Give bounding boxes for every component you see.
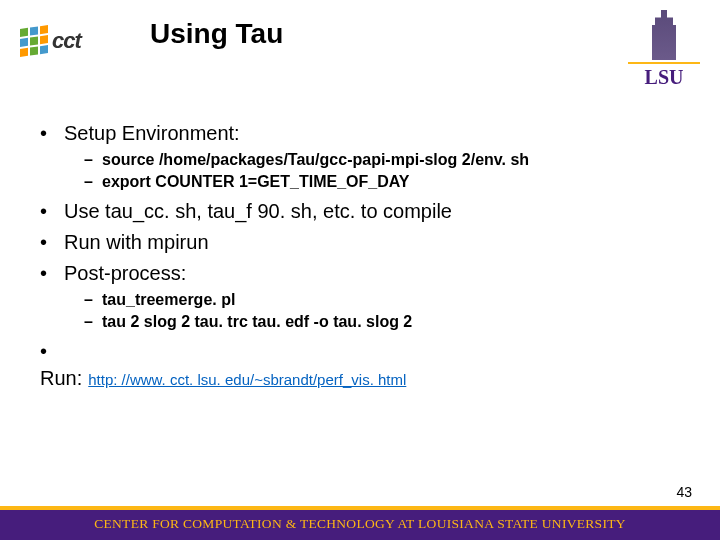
sub-text: export COUNTER 1=GET_TIME_OF_DAY bbox=[102, 173, 409, 190]
cct-squares-icon bbox=[20, 25, 48, 57]
bullet-text: Run: bbox=[40, 365, 82, 392]
bullet-text: Run with mpirun bbox=[64, 231, 209, 253]
bullet-text: Use tau_cc. sh, tau_f 90. sh, etc. to co… bbox=[64, 200, 452, 222]
sub-text: source /home/packages/Tau/gcc-papi-mpi-s… bbox=[102, 151, 529, 168]
lsu-logo-text: LSU bbox=[628, 66, 700, 89]
slide-content: Setup Environment: source /home/packages… bbox=[0, 90, 720, 392]
sub-bullet: source /home/packages/Tau/gcc-papi-mpi-s… bbox=[84, 149, 680, 171]
lsu-logo: LSU bbox=[628, 10, 700, 89]
cct-logo: cct bbox=[20, 16, 120, 66]
run-link[interactable]: http: //www. cct. lsu. edu/~sbrandt/perf… bbox=[88, 370, 406, 390]
cct-logo-text: cct bbox=[52, 28, 81, 54]
slide-footer: CENTER FOR COMPUTATION & TECHNOLOGY AT L… bbox=[0, 506, 720, 540]
bullet-postprocess: Post-process: tau_treemerge. pl tau 2 sl… bbox=[40, 260, 680, 332]
lsu-bar-icon bbox=[628, 62, 700, 64]
bullet-compile: Use tau_cc. sh, tau_f 90. sh, etc. to co… bbox=[40, 198, 680, 225]
bullet-setup: Setup Environment: source /home/packages… bbox=[40, 120, 680, 192]
sub-bullet: tau_treemerge. pl bbox=[84, 289, 680, 311]
slide-title: Using Tau bbox=[150, 18, 628, 50]
sub-text: tau_treemerge. pl bbox=[102, 291, 235, 308]
bullet-text: Setup Environment: bbox=[64, 122, 240, 144]
bullet-run: Run: http: //www. cct. lsu. edu/~sbrandt… bbox=[40, 338, 680, 392]
lsu-tower-icon bbox=[649, 10, 679, 60]
sub-text: tau 2 slog 2 tau. trc tau. edf -o tau. s… bbox=[102, 313, 412, 330]
bullet-mpirun: Run with mpirun bbox=[40, 229, 680, 256]
sub-bullet: export COUNTER 1=GET_TIME_OF_DAY bbox=[84, 171, 680, 193]
bullet-text: Post-process: bbox=[64, 262, 186, 284]
page-number: 43 bbox=[676, 484, 692, 500]
sub-bullet: tau 2 slog 2 tau. trc tau. edf -o tau. s… bbox=[84, 311, 680, 333]
slide-header: cct Using Tau LSU bbox=[0, 0, 720, 90]
footer-text: CENTER FOR COMPUTATION & TECHNOLOGY AT L… bbox=[0, 510, 720, 540]
